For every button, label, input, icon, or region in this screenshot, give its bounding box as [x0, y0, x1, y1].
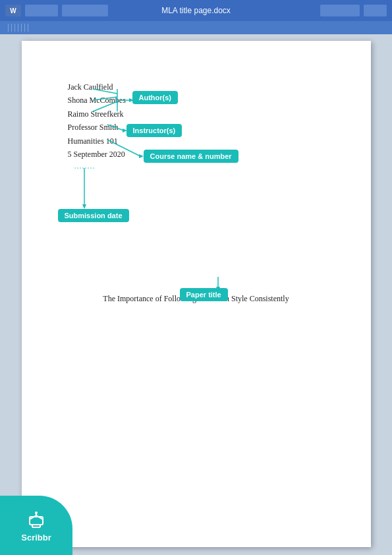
scribbr-icon: [26, 509, 47, 530]
toolbar-button-2[interactable]: [62, 5, 108, 16]
instructor-annotation: Instructor(s): [126, 124, 182, 137]
course-line: Humanities 101: [68, 134, 325, 148]
toolbar: W MLA title page.docx: [0, 0, 392, 21]
page-wrapper: Jack Caulfield Shona McCombes Raimo Stre…: [0, 34, 392, 555]
document-title: MLA title page.docx: [161, 6, 231, 15]
scribbr-logo: Scribbr: [0, 496, 72, 555]
doc-content: Jack Caulfield Shona McCombes Raimo Stre…: [68, 80, 325, 306]
scribbr-brand-name: Scribbr: [21, 533, 51, 542]
title-annotation: Paper title: [180, 288, 228, 301]
ribbon: [0, 21, 392, 34]
course-annotation: Course name & number: [144, 150, 238, 163]
word-icon[interactable]: W: [5, 5, 21, 16]
toolbar-button-4[interactable]: [364, 5, 387, 16]
author-line-2: Shona McCombes: [68, 94, 325, 107]
instructor-line: Professor Smith: [68, 121, 325, 134]
document-page: Jack Caulfield Shona McCombes Raimo Stre…: [22, 41, 371, 547]
author-line-1: Jack Caulfield: [68, 80, 325, 94]
author-line-3: Raimo Streefkerk: [68, 107, 325, 121]
svg-point-17: [35, 511, 38, 514]
authors-annotation: Author(s): [132, 91, 179, 104]
date-annotation: Submission date: [58, 209, 129, 222]
toolbar-button-3[interactable]: [320, 5, 360, 16]
toolbar-button-1[interactable]: [25, 5, 58, 16]
